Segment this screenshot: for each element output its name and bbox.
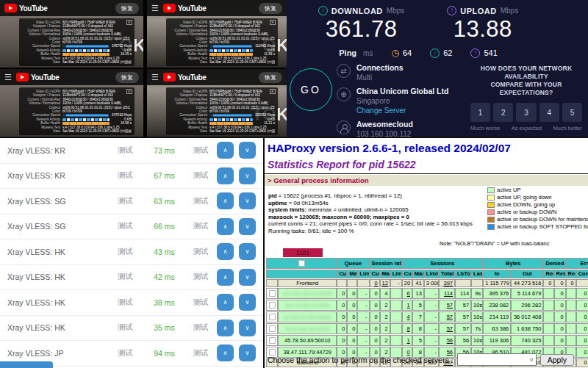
move-up-button[interactable]: ∧	[217, 243, 234, 260]
test-button-1[interactable]: 测试	[107, 348, 144, 358]
server-checkbox[interactable]	[268, 325, 275, 332]
server-checkbox[interactable]	[268, 314, 275, 320]
stat-cell: 8	[402, 323, 412, 334]
server-checkbox[interactable]	[268, 290, 275, 297]
latency-value: 38 ms	[143, 298, 184, 307]
upload-result: ↑ UPLOAD Mbps 13.88	[447, 6, 518, 43]
move-up-button[interactable]: ∧	[217, 192, 234, 209]
stat-cell: 36 012 408	[511, 311, 543, 322]
test-button-2[interactable]: 测试	[185, 272, 217, 282]
ping-label: Ping	[339, 48, 356, 57]
move-down-button[interactable]: ∨	[239, 269, 256, 286]
move-down-button[interactable]: ∨	[239, 192, 256, 209]
stat-cell: -	[357, 323, 369, 334]
stat-cell	[390, 311, 402, 322]
test-button-2[interactable]: 测试	[185, 247, 217, 257]
stat-cell: 5 114 679	[511, 288, 543, 299]
test-button-2[interactable]: 测试	[185, 297, 217, 308]
video-player[interactable]: ☰ YouTube 恢复 ✕ Video ID / sCPN8jTyY6RBgq…	[0, 69, 143, 137]
restore-button[interactable]: 恢复	[259, 3, 282, 14]
restore-button[interactable]: 恢复	[259, 72, 282, 83]
action-select[interactable]: ˅	[457, 353, 537, 366]
close-icon[interactable]: ✕	[126, 89, 132, 94]
move-up-button[interactable]: ∧	[217, 269, 234, 286]
test-button-1[interactable]: 测试	[107, 272, 144, 282]
activity-bar	[209, 49, 253, 52]
youtube-play-icon	[4, 4, 17, 12]
server-checkbox[interactable]	[268, 302, 275, 309]
test-button-1[interactable]: 测试	[107, 322, 144, 333]
stat-cell: 0	[337, 323, 347, 334]
stat-cell: 214 119	[483, 311, 511, 322]
move-up-button[interactable]: ∧	[217, 294, 234, 311]
move-down-button[interactable]: ∨	[239, 344, 256, 361]
stats-for-nerds-panel: ✕ Video ID / sCPN8jTyY6RBgqM / 75dP W8E8…	[166, 87, 278, 135]
rating-button-3[interactable]: 3	[516, 103, 536, 122]
test-button-2[interactable]: 测试	[185, 322, 217, 333]
stat-cell: 0	[370, 288, 380, 299]
test-button-1[interactable]: 测试	[107, 247, 144, 257]
menu-icon[interactable]: ☰	[151, 73, 159, 82]
video-player[interactable]: ☰ YouTube 恢复 TOK ✕ Video ID / sCPN8jTyY6…	[147, 69, 287, 137]
proxy-row: Xray VLESS: KR 测试 67 ms 测试 ∧ ∨	[0, 164, 263, 190]
move-down-button[interactable]: ∨	[239, 218, 256, 235]
move-up-button[interactable]: ∧	[217, 320, 234, 336]
stat-cell: 114	[439, 288, 455, 299]
rating-button-5[interactable]: 5	[562, 103, 582, 122]
move-down-button[interactable]: ∨	[239, 294, 256, 311]
restore-button[interactable]: 恢复	[115, 3, 139, 14]
test-button-1[interactable]: 测试	[107, 297, 144, 308]
upload-latency-icon: ↑	[470, 48, 480, 58]
stat-cell: 0	[370, 311, 380, 322]
menu-icon[interactable]: ☰	[151, 4, 159, 13]
close-icon[interactable]: ✕	[270, 20, 276, 25]
partial-button[interactable]	[0, 361, 53, 368]
video-player[interactable]: ☰ YouTube 恢复 OK ✕ Video ID / sCPN8jTyY6R…	[147, 0, 287, 68]
close-icon[interactable]: ✕	[270, 89, 276, 94]
proxy-name-link[interactable]: 1181	[283, 248, 323, 257]
move-up-button[interactable]: ∧	[217, 218, 234, 235]
youtube-logo-text: YouTube	[178, 73, 207, 82]
youtube-logo[interactable]: YouTube	[16, 73, 60, 82]
rating-button-1[interactable]: 1	[470, 103, 490, 122]
menu-icon[interactable]: ☰	[4, 73, 12, 82]
rating-button-2[interactable]: 2	[493, 103, 513, 122]
move-up-button[interactable]: ∧	[217, 142, 234, 159]
test-button-2[interactable]: 测试	[185, 145, 217, 156]
test-button-1[interactable]: 测试	[107, 170, 144, 181]
test-button-1[interactable]: 测试	[107, 145, 144, 156]
rating-scale-label: Much better	[553, 125, 582, 131]
test-button-1[interactable]: 测试	[107, 221, 144, 231]
move-down-button[interactable]: ∨	[239, 167, 256, 184]
stat-cell	[566, 311, 576, 322]
test-button-1[interactable]: 测试	[107, 196, 144, 206]
server-checkbox[interactable]	[268, 337, 275, 344]
apply-button[interactable]: Apply	[540, 354, 574, 366]
restore-button[interactable]: 恢复	[115, 72, 139, 83]
stat-cell: -	[357, 335, 369, 346]
youtube-logo[interactable]: YouTube	[163, 4, 207, 12]
move-down-button[interactable]: ∨	[239, 243, 256, 260]
test-button-2[interactable]: 测试	[185, 348, 217, 358]
move-up-button[interactable]: ∧	[217, 344, 234, 361]
stat-cell: 119 306	[483, 335, 511, 346]
move-down-button[interactable]: ∨	[239, 142, 256, 159]
youtube-logo[interactable]: YouTube	[4, 4, 48, 12]
go-button[interactable]: GO	[290, 68, 332, 111]
select-all-checkbox[interactable]	[298, 260, 305, 267]
rating-button-4[interactable]: 4	[539, 103, 559, 122]
close-icon[interactable]: ✕	[126, 20, 132, 25]
video-player[interactable]: YouTube 恢复 OK ✕ Video ID / sCPN8jTyY6RBg…	[0, 0, 143, 68]
test-button-2[interactable]: 测试	[185, 170, 217, 181]
legend-label: active or backup DOWN	[497, 209, 556, 216]
change-server-link[interactable]: Change Server	[356, 106, 448, 115]
test-button-2[interactable]: 测试	[185, 196, 217, 206]
stat-cell: 740 325	[511, 335, 543, 346]
haproxy-version-link[interactable]: HAProxy version 2.6.6-1, released 2024/0…	[268, 142, 588, 155]
youtube-logo[interactable]: YouTube	[163, 73, 207, 82]
move-down-button[interactable]: ∨	[239, 320, 256, 336]
move-up-button[interactable]: ∧	[217, 167, 234, 184]
buffer-bar	[62, 53, 110, 56]
stat-cell: 10s	[471, 311, 483, 322]
test-button-2[interactable]: 测试	[185, 221, 217, 231]
